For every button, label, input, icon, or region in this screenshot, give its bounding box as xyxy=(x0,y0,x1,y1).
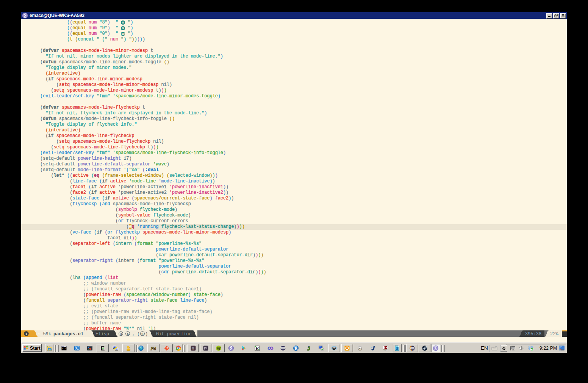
svg-text:): ) xyxy=(145,332,148,337)
svg-text:(: ( xyxy=(137,332,140,337)
svg-text:Elisp: Elisp xyxy=(95,332,109,337)
svg-text:IMLAY: IMLAY xyxy=(383,349,387,351)
svg-text:#: # xyxy=(192,346,195,350)
svg-text:395:38: 395:38 xyxy=(525,332,541,337)
svg-text:,: , xyxy=(132,332,135,337)
svg-text:A: A xyxy=(127,332,129,336)
svg-text:22%: 22% xyxy=(550,332,558,337)
svg-text:- 59k: - 59k xyxy=(38,332,51,337)
svg-text:R: R xyxy=(295,346,298,350)
svg-text:P4: P4 xyxy=(150,346,156,351)
svg-text:S: S xyxy=(141,332,144,336)
svg-text:H: H xyxy=(120,332,122,336)
svg-text:1: 1 xyxy=(25,332,27,336)
svg-text:L: L xyxy=(396,347,398,350)
svg-text:packages.el: packages.el xyxy=(53,332,83,337)
svg-text:C:\: C:\ xyxy=(62,347,66,350)
svg-text:Git-powerline: Git-powerline xyxy=(156,332,192,337)
